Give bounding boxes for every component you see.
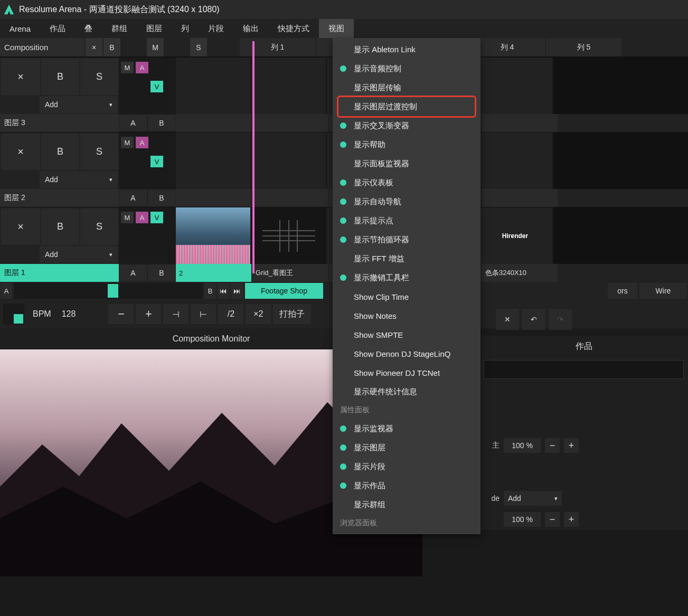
bpm-half-button[interactable]: /2: [218, 304, 243, 324]
column-tab-4[interactable]: 列 4: [469, 38, 545, 56]
view-menu-item-11[interactable]: 显示 FFT 增益: [333, 249, 480, 268]
view-menu-item-2[interactable]: 显示图层传输: [333, 78, 480, 97]
view-menu-item-13[interactable]: Show Clip Time: [333, 287, 480, 306]
layer3-clipname-5[interactable]: [482, 114, 558, 132]
layer1-a-toggle[interactable]: A: [136, 212, 148, 223]
column-tab-1[interactable]: 列 1: [240, 38, 315, 56]
view-menu-item-6[interactable]: 显示面板监视器: [333, 154, 480, 173]
layer2-m-toggle[interactable]: M: [121, 137, 134, 148]
layer1-cross-b[interactable]: B: [148, 265, 175, 281]
menu-clip[interactable]: 片段: [199, 19, 233, 38]
view-menu-item-3[interactable]: 显示图层过渡控制: [333, 97, 480, 116]
view-menu-prop-item-4[interactable]: 显示群组: [333, 495, 480, 514]
layer3-cross-b[interactable]: B: [148, 115, 175, 131]
layer3-clip-2[interactable]: [251, 58, 327, 114]
view-menu-item-4[interactable]: 显示交叉渐变器: [333, 116, 480, 135]
crossfade-a-button[interactable]: A: [1, 283, 12, 299]
layer1-clear-button[interactable]: ×: [1, 209, 40, 245]
column-tab-5[interactable]: 列 5: [546, 38, 621, 56]
composition-m-button[interactable]: M: [147, 38, 164, 56]
layer1-m-toggle[interactable]: M: [121, 212, 134, 223]
layer1-solo-button[interactable]: S: [80, 209, 118, 245]
composition-bypass-button[interactable]: B: [103, 38, 120, 56]
menu-layer[interactable]: 图层: [137, 19, 172, 38]
layer2-cross-a[interactable]: A: [119, 190, 147, 206]
layer3-clip-5[interactable]: [478, 58, 553, 114]
view-menu-prop-item-2[interactable]: 显示片段: [333, 457, 480, 476]
layer3-a-toggle[interactable]: A: [136, 62, 148, 73]
layer1-v-toggle[interactable]: V: [150, 212, 163, 223]
view-menu-item-18[interactable]: 显示硬件统计信息: [333, 382, 480, 401]
layer1-clipname-1[interactable]: 2: [176, 264, 251, 282]
view-menu-item-16[interactable]: Show Denon DJ StageLinQ: [333, 344, 480, 363]
layer1-clipname-2[interactable]: Grid_看图王: [252, 264, 328, 282]
view-menu-prop-item-0[interactable]: 显示监视器: [333, 419, 480, 438]
transport-next-button[interactable]: ⏭: [231, 283, 243, 299]
master-minus-button[interactable]: −: [545, 438, 560, 453]
bpm-value[interactable]: 128: [56, 309, 81, 319]
layer3-cross-a[interactable]: A: [119, 115, 147, 131]
bpm-double-button[interactable]: ×2: [246, 304, 271, 324]
layer2-clip-2[interactable]: [251, 132, 327, 189]
opacity-minus-button[interactable]: −: [545, 512, 560, 527]
layer3-v-toggle[interactable]: V: [150, 81, 163, 92]
opacity-plus-button[interactable]: +: [564, 512, 579, 527]
menu-column[interactable]: 列: [172, 19, 199, 38]
layer2-clipname-5[interactable]: [482, 189, 558, 207]
footage-shop-button[interactable]: Footage Shop: [245, 283, 323, 299]
layer1-bypass-button[interactable]: B: [41, 209, 79, 245]
layer2-clip-1[interactable]: [176, 132, 251, 189]
layer2-clipname-2[interactable]: [252, 189, 328, 207]
layer2-clip-5[interactable]: [478, 132, 553, 189]
crossfade-track[interactable]: [14, 283, 203, 299]
master-plus-button[interactable]: +: [564, 438, 579, 453]
layer2-bypass-button[interactable]: B: [41, 134, 79, 170]
layer2-blend-mode[interactable]: Add: [40, 171, 118, 188]
beat-indicator[interactable]: [3, 304, 24, 325]
menu-output[interactable]: 输出: [233, 19, 268, 38]
bpm-tap-button[interactable]: 打拍子: [273, 304, 311, 324]
redo-icon[interactable]: ↷: [549, 309, 572, 330]
layer3-bypass-button[interactable]: B: [41, 59, 79, 95]
menu-group[interactable]: 群组: [102, 19, 137, 38]
bpm-nudge-right[interactable]: ⊢: [191, 304, 216, 324]
layer1-name[interactable]: 图层 1: [0, 264, 119, 282]
layer3-clip-1[interactable]: [176, 58, 251, 114]
view-menu-item-17[interactable]: Show Pioneer DJ TCNet: [333, 363, 480, 382]
view-menu-item-12[interactable]: 显示撤销工具栏: [333, 268, 480, 287]
view-menu-item-7[interactable]: 显示仪表板: [333, 173, 480, 192]
composition-name-input[interactable]: [484, 360, 684, 379]
menu-deck[interactable]: 叠: [75, 19, 102, 38]
composition-clear-button[interactable]: ×: [86, 38, 102, 56]
crossfade-handle[interactable]: [108, 284, 118, 298]
bpm-plus-button[interactable]: +: [136, 304, 161, 324]
mode-dropdown[interactable]: Add: [504, 491, 562, 506]
layer1-blend-mode[interactable]: Add: [40, 246, 118, 263]
layer2-solo-button[interactable]: S: [80, 134, 118, 170]
layer2-clear-button[interactable]: ×: [1, 134, 40, 170]
transport-prev-button[interactable]: ⏮: [217, 283, 230, 299]
view-menu-item-9[interactable]: 显示提示点: [333, 211, 480, 230]
view-menu-item-0[interactable]: 显示 Ableton Link: [333, 40, 480, 59]
view-menu-prop-item-1[interactable]: 显示图层: [333, 438, 480, 457]
view-menu-item-14[interactable]: Show Notes: [333, 306, 480, 325]
layer2-cross-b[interactable]: B: [148, 190, 175, 206]
layer1-clip-1[interactable]: [176, 207, 251, 264]
layer3-name[interactable]: 图层 3: [0, 114, 119, 132]
layer1-clip-2[interactable]: [251, 207, 327, 264]
layer3-clipname-1[interactable]: [176, 114, 251, 132]
view-menu-item-10[interactable]: 显示节拍循环器: [333, 230, 480, 249]
view-menu-item-5[interactable]: 显示帮助: [333, 135, 480, 154]
layer2-name[interactable]: 图层 2: [0, 189, 119, 207]
generators-tab[interactable]: ors: [608, 283, 637, 299]
undo-icon[interactable]: ↶: [522, 309, 545, 330]
layer3-blend-mode[interactable]: Add: [40, 96, 118, 113]
layer3-clear-button[interactable]: ×: [1, 59, 40, 95]
layer1-clipname-5[interactable]: 色条3240X10: [482, 264, 558, 282]
composition-solo-button[interactable]: S: [190, 38, 207, 56]
view-menu-item-1[interactable]: 显示音频控制: [333, 59, 480, 78]
layer2-v-toggle[interactable]: V: [150, 156, 163, 167]
opacity-value[interactable]: 100 %: [504, 512, 541, 527]
view-menu-item-8[interactable]: 显示自动导航: [333, 192, 480, 211]
view-menu-item-15[interactable]: Show SMPTE: [333, 325, 480, 344]
